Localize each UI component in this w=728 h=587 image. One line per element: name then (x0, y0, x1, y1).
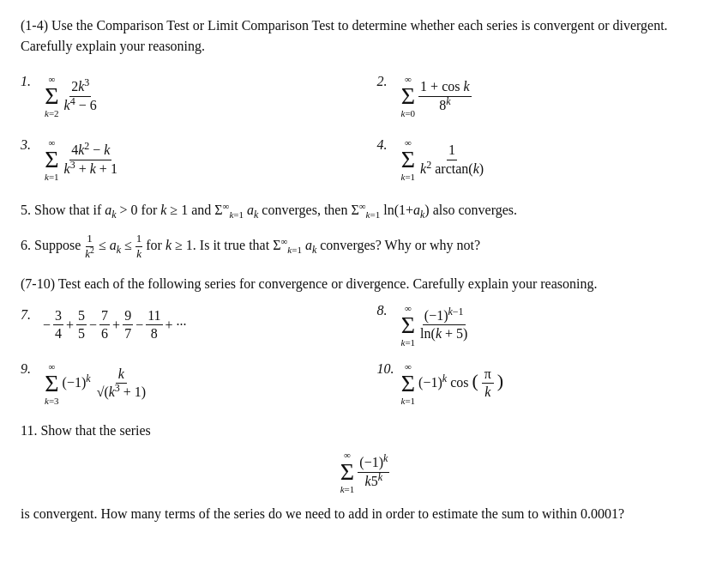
p8-num: 8. (377, 303, 394, 318)
problem-3-num: 3. (21, 137, 38, 153)
p9-num: 9. (21, 361, 38, 377)
p10-num: 10. (377, 361, 394, 377)
p11-concl: is convergent. How many terms of the ser… (21, 506, 624, 521)
sigma-4: ∞ Σ k=1 (401, 137, 416, 182)
problems-7-8: 7. − 3 4 + 5 5 − 7 6 + 9 7 − 11 8 + ··· (21, 303, 707, 348)
problem-4: 4. ∞ Σ k=1 1 k2 arctan(k) (377, 132, 708, 187)
sigma-1: ∞ Σ k=2 (45, 74, 59, 118)
p9-math: ∞ Σ k=3 (−1)k k √(k3 + 1) (43, 361, 148, 406)
sigma-2: ∞ Σ k=0 (401, 74, 416, 118)
p8-math: ∞ Σ k=1 (−1)k−1 ln(k + 5) (400, 303, 470, 348)
problems-9-10: 9. ∞ Σ k=3 (−1)k k √(k3 + 1) 10. ∞ Σ k=1 (21, 361, 707, 406)
p5-text: 5. Show that if ak > 0 for k ≥ 1 and Σ∞k… (21, 203, 517, 217)
problem-8: 8. ∞ Σ k=1 (−1)k−1 ln(k + 5) (377, 303, 708, 348)
problem-3: 3. ∞ Σ k=1 4k2 − k k3 + k + 1 (21, 132, 352, 187)
problem-2-math: ∞ Σ k=0 1 + cos k 8k (400, 74, 472, 118)
p10-expr: (−1)k cos ( π k ) (418, 366, 503, 402)
sigma-8: ∞ Σ k=1 (401, 303, 416, 348)
p6-text: 6. Suppose 1k2 ≤ ak ≤ 1k for k ≥ 1. Is i… (21, 238, 480, 252)
p11-series-block: ∞ Σ k=1 (−1)k k5k (21, 450, 707, 494)
problem-2: 2. ∞ Σ k=0 1 + cos k 8k (377, 69, 708, 124)
problem-6: 6. Suppose 1k2 ≤ ak ≤ 1k for k ≥ 1. Is i… (21, 232, 707, 262)
p11-math: ∞ Σ k=1 (−1)k k5k (339, 450, 390, 494)
problem-1: 1. ∞ Σ k=2 2k3 k4 − 6 (21, 69, 352, 124)
problem-2-num: 2. (377, 74, 394, 89)
problem-11: 11. Show that the series (21, 420, 707, 442)
sigma-11: ∞ Σ k=1 (340, 450, 355, 494)
problem-5: 5. Show that if ak > 0 for k ≥ 1 and Σ∞k… (21, 199, 707, 223)
section-2-header: (7-10) Test each of the following series… (21, 274, 707, 294)
sigma-9: ∞ Σ k=3 (45, 361, 59, 406)
p11-label: 11. Show that the series (21, 423, 151, 438)
frac-11: (−1)k k5k (358, 454, 389, 491)
problem-4-math: ∞ Σ k=1 1 k2 arctan(k) (400, 137, 486, 182)
frac-2: 1 + cos k 8k (418, 78, 471, 115)
frac-4: 1 k2 arctan(k) (418, 142, 485, 179)
p10-math: ∞ Σ k=1 (−1)k cos ( π k ) (400, 361, 504, 406)
problem-10: 10. ∞ Σ k=1 (−1)k cos ( π k ) (377, 361, 708, 406)
sigma-3: ∞ Σ k=1 (45, 137, 59, 182)
frac-1: 2k3 k4 − 6 (63, 78, 99, 115)
problem-9: 9. ∞ Σ k=3 (−1)k k √(k3 + 1) (21, 361, 352, 406)
problem-3-math: ∞ Σ k=1 4k2 − k k3 + k + 1 (43, 137, 119, 182)
problem-7: 7. − 3 4 + 5 5 − 7 6 + 9 7 − 11 8 + ··· (21, 307, 352, 344)
problem-1-math: ∞ Σ k=2 2k3 k4 − 6 (43, 74, 99, 118)
p7-math: − 3 4 + 5 5 − 7 6 + 9 7 − 11 8 + ··· (43, 307, 187, 344)
problem-11-conclusion: is convergent. How many terms of the ser… (21, 503, 707, 525)
intro-text: (1-4) Use the Comparison Test or Limit C… (21, 15, 707, 57)
frac-8: (−1)k−1 ln(k + 5) (418, 307, 469, 344)
problem-1-num: 1. (21, 74, 38, 89)
p7-num: 7. (21, 307, 38, 323)
problem-4-num: 4. (377, 137, 394, 153)
sigma-10: ∞ Σ k=1 (401, 361, 416, 406)
problems-1-4-grid: 1. ∞ Σ k=2 2k3 k4 − 6 2. ∞ Σ k=0 1 + cos… (21, 69, 707, 187)
p9-expr: (−1)k k √(k3 + 1) (63, 366, 149, 402)
frac-3: 4k2 − k k3 + k + 1 (63, 142, 119, 179)
